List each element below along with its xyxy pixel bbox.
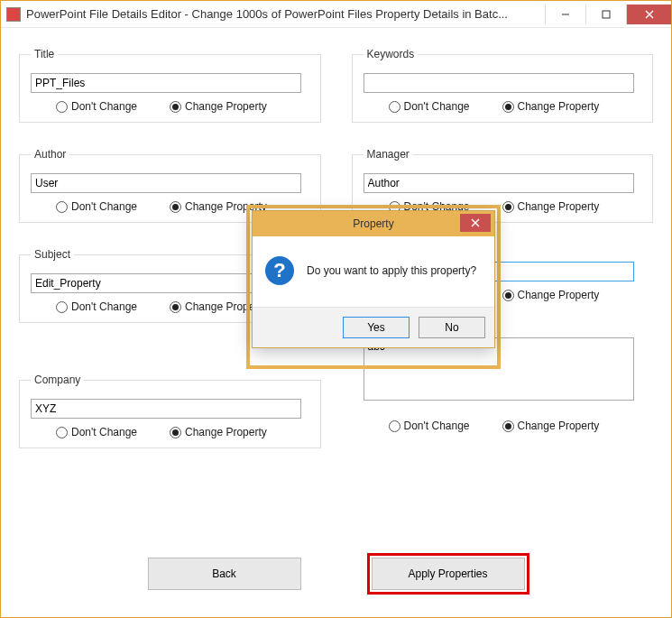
app-icon — [6, 7, 21, 22]
author-dont-change-radio[interactable]: Don't Change — [56, 200, 137, 213]
comments-group: Don't Change Change Property — [352, 337, 654, 442]
property-dialog: Property ? Do you want to apply this pro… — [252, 210, 495, 348]
subject-dont-change-radio[interactable]: Don't Change — [56, 300, 137, 313]
keywords-dont-change-radio[interactable]: Don't Change — [389, 100, 470, 113]
apply-properties-button[interactable]: Apply Properties — [372, 558, 525, 590]
company-legend: Company — [31, 374, 84, 386]
question-icon: ? — [265, 256, 294, 285]
manager-input[interactable] — [364, 173, 634, 193]
dialog-no-button[interactable]: No — [419, 317, 485, 338]
keywords-input[interactable] — [364, 73, 634, 93]
keywords-legend: Keywords — [364, 48, 419, 60]
title-input[interactable] — [31, 73, 301, 93]
minimize-button[interactable] — [545, 5, 585, 24]
maximize-icon — [602, 10, 611, 19]
svg-rect-1 — [603, 11, 610, 18]
author-legend: Author — [31, 148, 69, 161]
comments-change-property-radio[interactable]: Change Property — [502, 420, 600, 432]
manager-legend: Manager — [364, 148, 413, 161]
hidden-change-property-radio[interactable]: Change Property — [502, 289, 600, 301]
title-group: Title Don't Change Change Property — [19, 48, 321, 123]
manager-change-property-radio[interactable]: Change Property — [502, 200, 600, 213]
maximize-button[interactable] — [585, 5, 626, 24]
window-buttons — [545, 5, 671, 24]
comments-dont-change-radio[interactable]: Don't Change — [389, 420, 470, 432]
minimize-icon — [561, 10, 570, 19]
keywords-group: Keywords Don't Change Change Property — [352, 48, 654, 123]
company-dont-change-radio[interactable]: Don't Change — [56, 426, 137, 438]
close-button[interactable] — [626, 5, 671, 24]
dialog-yes-button[interactable]: Yes — [343, 317, 410, 338]
dialog-close-button[interactable] — [460, 214, 491, 232]
company-input[interactable] — [31, 399, 301, 419]
window-title: PowerPoint File Details Editor - Change … — [26, 7, 545, 21]
company-change-property-radio[interactable]: Change Property — [170, 426, 267, 438]
title-dont-change-radio[interactable]: Don't Change — [56, 100, 137, 113]
title-legend: Title — [31, 48, 58, 60]
subject-legend: Subject — [31, 248, 74, 261]
dialog-message: Do you want to apply this property? — [307, 264, 476, 277]
company-group: Company Don't Change Change Property — [19, 374, 321, 448]
author-input[interactable] — [31, 173, 301, 193]
dialog-title: Property — [353, 217, 393, 230]
back-button[interactable]: Back — [148, 558, 301, 590]
dialog-titlebar: Property — [253, 211, 494, 236]
title-change-property-radio[interactable]: Change Property — [170, 100, 267, 113]
close-icon — [471, 218, 480, 227]
close-icon — [645, 10, 654, 19]
keywords-change-property-radio[interactable]: Change Property — [502, 100, 600, 113]
window-titlebar: PowerPoint File Details Editor - Change … — [1, 1, 671, 28]
